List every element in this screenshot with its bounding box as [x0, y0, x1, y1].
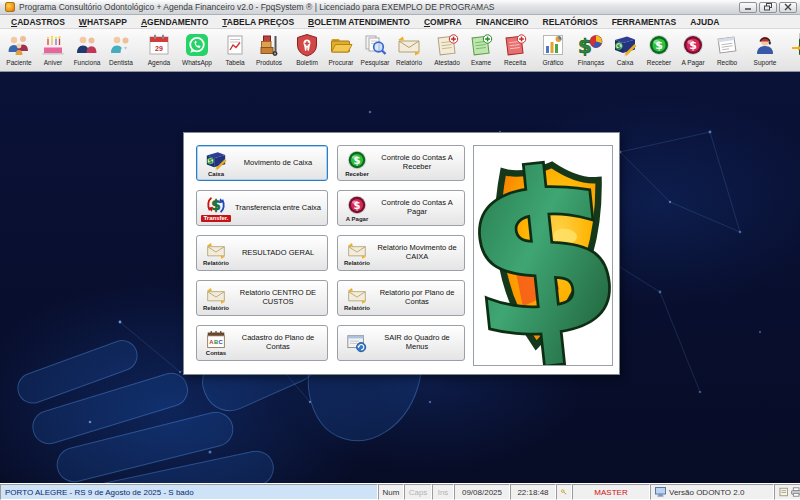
- toolbar-agenda[interactable]: 29 Agenda: [142, 30, 176, 71]
- toolbar-label: Suporte: [754, 59, 777, 66]
- toolbar-label: Dentista: [109, 59, 133, 66]
- toolbar-label: WhatsApp: [182, 59, 212, 66]
- menu-compra[interactable]: COMPRA: [417, 17, 469, 27]
- button-label: Relatório por Plano de Contas: [373, 289, 461, 306]
- pay-coin-icon: $: [679, 32, 707, 58]
- status-user: MASTER: [572, 484, 650, 500]
- menu-relatorios[interactable]: RELATÓRIOS: [536, 17, 605, 27]
- menu-ferramentas[interactable]: FERRAMENTAS: [605, 17, 684, 27]
- toolbar-exame[interactable]: Exame: [464, 30, 498, 71]
- menu-financeiro[interactable]: FINANCEIRO: [469, 17, 536, 27]
- contas-a-pagar-button[interactable]: $ A Pagar Controle do Contas A Pagar: [337, 190, 465, 226]
- toolbar-financas[interactable]: $ Finanças: [574, 30, 608, 71]
- receive-coin-icon: $: [345, 149, 369, 171]
- price-table-icon: [221, 32, 249, 58]
- status-version: Versão ODONTO 2.0: [650, 484, 774, 500]
- toolbar-recibo[interactable]: Recibo: [710, 30, 744, 71]
- toolbar-exit[interactable]: EXIT: [786, 30, 800, 71]
- toolbar-a-pagar[interactable]: $ A Pagar: [676, 30, 710, 71]
- toolbar-label: Recibo: [717, 59, 737, 66]
- toolbar-atestado[interactable]: Atestado: [430, 30, 464, 71]
- toolbar-label: Finanças: [578, 59, 604, 66]
- pay-coin-icon: $: [345, 194, 369, 216]
- toolbar-receber[interactable]: $ Receber: [642, 30, 676, 71]
- toolbar-label: Receita: [504, 59, 526, 66]
- toolbar-pesquisar[interactable]: Pesquisar: [358, 30, 392, 71]
- toolbar-suporte[interactable]: Suporte: [748, 30, 782, 71]
- restore-button[interactable]: [759, 2, 777, 13]
- title-bar: Programa Consultório Odontológico + Agen…: [0, 0, 800, 15]
- toolbar-label: Boletim: [296, 59, 318, 66]
- cadastro-plano-contas-button[interactable]: ABC Contas Cadastro do Plano de Contas: [196, 325, 328, 361]
- icon-caption: Relatório: [203, 260, 229, 266]
- toolbar-dentista[interactable]: Dentista: [104, 30, 138, 71]
- svg-text:$: $: [655, 39, 663, 52]
- toolbar-label: Atestado: [434, 59, 460, 66]
- svg-text:$: $: [617, 43, 622, 51]
- open-folder-icon: [327, 32, 355, 58]
- resultado-geral-button[interactable]: Relatório RESULTADO GERAL: [196, 235, 328, 271]
- movimento-de-caixa-button[interactable]: $ Caixa Movimento de Caixa: [196, 145, 328, 181]
- toolbar-boletim[interactable]: Boletim: [290, 30, 324, 71]
- toolbar-caixa[interactable]: $ Caixa: [608, 30, 642, 71]
- relatorio-plano-contas-button[interactable]: Relatório Relatório por Plano de Contas: [337, 280, 465, 316]
- relatorio-centro-custos-button[interactable]: Relatório Relatório CENTRO DE CUSTOS: [196, 280, 328, 316]
- notes-icon[interactable]: [779, 487, 788, 497]
- toolbar-paciente[interactable]: Paciente: [2, 30, 36, 71]
- toolbar-produtos[interactable]: Produtos: [252, 30, 286, 71]
- minimize-button[interactable]: [739, 2, 757, 13]
- bar-chart-icon: [539, 32, 567, 58]
- toolbar-funciona[interactable]: Funciona: [70, 30, 104, 71]
- toolbar-label: Aniver: [44, 59, 62, 66]
- exit-menu-icon: [345, 332, 369, 354]
- toolbar-label: Caixa: [617, 59, 634, 66]
- menu-cadastros[interactable]: CADASTROS: [4, 17, 72, 27]
- financial-menu-dialog: $ Caixa Movimento de Caixa $ Receber Con…: [183, 132, 620, 375]
- svg-text:$: $: [211, 196, 220, 212]
- icon-caption: Transfer.: [201, 215, 230, 222]
- toolbar-procurar[interactable]: Procurar: [324, 30, 358, 71]
- toolbar-label: Tabela: [225, 59, 244, 66]
- toolbar-grafico[interactable]: Gráfico: [536, 30, 570, 71]
- svg-text:B: B: [214, 339, 218, 345]
- relatorio-movimento-caixa-button[interactable]: Relatório Relatório Movimento de CAIXA: [337, 235, 465, 271]
- status-location: PORTO ALEGRE - RS 9 de Agosto de 2025 - …: [0, 484, 378, 500]
- toolbar-label: Exame: [471, 59, 491, 66]
- contas-a-receber-button[interactable]: $ Receber Controle do Contas A Receber: [337, 145, 465, 181]
- svg-text:$: $: [474, 145, 612, 366]
- svg-text:29: 29: [155, 45, 163, 52]
- menu-ajuda[interactable]: AJUDA: [683, 17, 726, 27]
- toolbar-whatsapp[interactable]: WhatsApp: [180, 30, 214, 71]
- toolbar-receita[interactable]: Receita: [498, 30, 532, 71]
- menu-bar: CADASTROS WHATSAPP AGENDAMENTO TABELA PR…: [0, 15, 800, 29]
- transferencia-entre-caixa-button[interactable]: $ Transfer. Transferencia entre Caixa: [196, 190, 328, 226]
- toolbar-relatorio[interactable]: Relatório: [392, 30, 426, 71]
- sair-quadro-menus-button[interactable]: SAIR do Quadro de Menus: [337, 325, 465, 361]
- button-label: Controle do Contas A Receber: [373, 154, 461, 171]
- button-label: Relatório CENTRO DE CUSTOS: [232, 289, 324, 306]
- status-caps: Caps: [404, 484, 432, 500]
- icon-caption: Relatório: [203, 305, 229, 311]
- monitor-icon: [655, 487, 666, 497]
- dentist-icon: [107, 32, 135, 58]
- dialog-button-grid: $ Caixa Movimento de Caixa $ Receber Con…: [190, 139, 466, 368]
- printer-icon[interactable]: [791, 487, 800, 497]
- svg-text:$: $: [353, 155, 360, 166]
- certificate-note-icon: [433, 32, 461, 58]
- birthday-cake-icon: [39, 32, 67, 58]
- products-cart-icon: [255, 32, 283, 58]
- toolbar-tabela[interactable]: Tabela: [218, 30, 252, 71]
- accounts-plan-icon: ABC: [203, 330, 229, 350]
- dollar-shield-image: $: [473, 145, 613, 366]
- toolbar-aniver[interactable]: Aniver: [36, 30, 70, 71]
- menu-agendamento[interactable]: AGENDAMENTO: [134, 17, 215, 27]
- menu-whatsapp[interactable]: WHATSAPP: [72, 17, 134, 27]
- exit-door-icon: EXIT: [789, 32, 800, 58]
- menu-boletim-atendimento[interactable]: BOLETIM ATENDIMENTO: [301, 17, 417, 27]
- status-bar: PORTO ALEGRE - RS 9 de Agosto de 2025 - …: [0, 483, 800, 500]
- app-window: Programa Consultório Odontológico + Agen…: [0, 0, 800, 500]
- finance-pie-icon: $: [577, 32, 605, 58]
- close-button[interactable]: [779, 2, 797, 13]
- toolbar-label: Paciente: [6, 59, 31, 66]
- menu-tabela-precos[interactable]: TABELA PREÇOS: [215, 17, 301, 27]
